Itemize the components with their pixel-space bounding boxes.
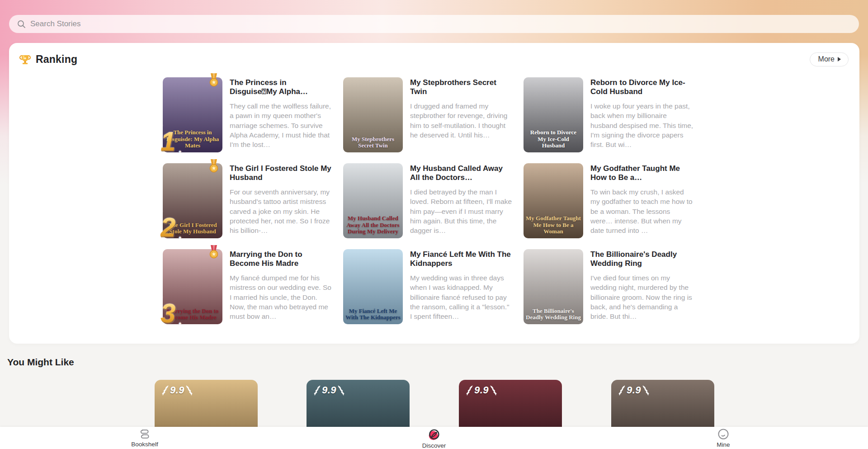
ranking-book-item[interactable]: The Princess in Disguisde: My Alpha Mate… [163, 77, 343, 163]
ranking-book-item[interactable]: My Husband Called Away All the Doctors D… [343, 163, 524, 249]
rating-badge: 9.9 [162, 384, 193, 396]
book-text: The Girl I Fostered Stole My Husband For… [230, 163, 333, 249]
nav-tab-discover[interactable]: Discover [409, 428, 459, 449]
book-title: My Godfather Taught Me How to Be a… [590, 164, 693, 183]
ranking-section: Ranking More The Princess in Disguisde: … [9, 43, 859, 344]
book-text: The Princess in Disguise⍰My Alpha… They … [230, 77, 333, 163]
sparkle-icon: ✦ [178, 235, 182, 240]
rating-value: 9.9 [474, 384, 489, 396]
book-text: My Stepbrothers Secret Twin I drugged an… [410, 77, 513, 163]
book-description: They call me the wolfless failure, a paw… [230, 101, 333, 150]
book-cover-wrap: My Husband Called Away All the Doctors D… [343, 163, 403, 238]
ranking-book-grid: The Princess in Disguisde: My Alpha Mate… [163, 77, 704, 335]
laurel-right-icon [338, 384, 344, 396]
book-title: Marrying the Don to Become His Madre [230, 250, 333, 269]
laurel-left-icon [314, 384, 321, 396]
laurel-left-icon [618, 384, 625, 396]
laurel-left-icon [162, 384, 169, 396]
cover-title-text: My Husband Called Away All the Doctors D… [345, 215, 401, 235]
rating-value: 9.9 [627, 384, 641, 396]
laurel-left-icon [466, 384, 473, 396]
bookshelf-icon [138, 428, 151, 440]
ranking-header: Ranking More [19, 51, 849, 67]
nav-label-discover: Discover [422, 442, 446, 449]
book-cover: My Husband Called Away All the Doctors D… [343, 163, 403, 238]
cover-title-text: Reborn to Divorce My Ice-Cold Husband [526, 129, 581, 149]
laurel-right-icon [186, 384, 193, 396]
book-text: My Fiancé Left Me With The Kidnappers My… [410, 249, 513, 335]
smiley-icon [717, 428, 730, 441]
ranking-book-item[interactable]: Reborn to Divorce My Ice-Cold Husband Re… [524, 77, 704, 163]
book-cover: Reborn to Divorce My Ice-Cold Husband [524, 77, 583, 152]
sparkle-icon: ✦ [158, 294, 163, 301]
cover-title-text: The Billionaire's Deadly Wedding Ring [526, 308, 581, 321]
nav-tab-bookshelf[interactable]: Bookshelf [120, 428, 170, 448]
book-cover-wrap: Reborn to Divorce My Ice-Cold Husband [524, 77, 583, 152]
book-description: I died betrayed by the man I loved. Rebo… [410, 187, 513, 236]
search-input[interactable]: Search Stories [9, 15, 859, 33]
book-cover: My Fiancé Left Me With The Kidnappers [343, 249, 403, 324]
rank-number: 3 [160, 300, 175, 327]
book-cover-wrap: The Girl I Fostered Stole My Husband 2 ✦… [163, 163, 222, 238]
ranking-section-title: Ranking [36, 53, 77, 66]
book-title: The Girl I Fostered Stole My Husband [230, 164, 333, 183]
laurel-right-icon [490, 384, 497, 396]
trophy-icon [19, 53, 31, 66]
book-text: Marrying the Don to Become His Madre My … [230, 249, 333, 335]
rating-badge: 9.9 [314, 384, 344, 396]
book-text: My Husband Called Away All the Doctors… … [410, 163, 513, 249]
sparkle-icon: ✦ [158, 122, 163, 129]
rating-badge: 9.9 [466, 384, 497, 396]
ranking-book-item[interactable]: My Godfather Taught Me How to Be a Woman… [524, 163, 704, 249]
book-description: My fiancé dumped me for his mistress on … [230, 273, 333, 321]
nav-tab-mine[interactable]: Mine [698, 428, 748, 448]
book-title: My Husband Called Away All the Doctors… [410, 164, 513, 183]
cover-title-text: My Stepbrothers Secret Twin [345, 136, 401, 149]
rating-badge: 9.9 [618, 384, 649, 396]
book-text: Reborn to Divorce My Ice-Cold Husband I … [590, 77, 693, 163]
more-button-label: More [818, 55, 835, 63]
book-cover-wrap: My Stepbrothers Secret Twin [343, 77, 403, 152]
sparkle-icon: ✦ [158, 208, 163, 215]
compass-icon [427, 428, 441, 442]
book-cover-wrap: My Godfather Taught Me How to Be a Woman [524, 163, 583, 238]
book-description: I drugged and framed my stepbrother for … [410, 101, 513, 140]
book-cover-wrap: Marrying the Don to Become His Madre 3 ✦… [163, 249, 222, 324]
chevron-right-icon [838, 57, 841, 61]
rating-value: 9.9 [322, 384, 336, 396]
sparkle-icon: ✦ [178, 321, 182, 326]
book-cover: My Stepbrothers Secret Twin [343, 77, 403, 152]
book-description: For our seventh anniversary, my husband'… [230, 187, 333, 236]
book-title: My Fiancé Left Me With The Kidnappers [410, 250, 513, 269]
you-might-like-title: You Might Like [7, 357, 74, 368]
medal-icon [209, 73, 219, 88]
sparkle-icon: ✦ [178, 149, 182, 154]
book-title: The Princess in Disguise⍰My Alpha… [230, 78, 333, 97]
book-text: My Godfather Taught Me How to Be a… To w… [590, 163, 693, 249]
book-description: To win back my crush, I asked my godfath… [590, 187, 693, 236]
rating-value: 9.9 [170, 384, 184, 396]
cover-title-text: My Godfather Taught Me How to Be a Woman [526, 215, 581, 235]
nav-label-mine: Mine [717, 441, 730, 448]
book-description: I woke up four years in the past, back w… [590, 101, 693, 150]
nav-label-bookshelf: Bookshelf [131, 441, 158, 448]
book-description: I've died four times on my wedding night… [590, 273, 693, 321]
ranking-book-item[interactable]: The Girl I Fostered Stole My Husband 2 ✦… [163, 163, 343, 249]
laurel-right-icon [642, 384, 649, 396]
book-title: The Billionaire's Deadly Wedding Ring [590, 250, 693, 269]
medal-icon [209, 159, 219, 174]
ranking-book-item[interactable]: My Fiancé Left Me With The Kidnappers My… [343, 249, 524, 335]
book-title: My Stepbrothers Secret Twin [410, 78, 513, 97]
rank-number: 2 [160, 214, 175, 241]
ranking-book-item[interactable]: Marrying the Don to Become His Madre 3 ✦… [163, 249, 343, 335]
book-text: The Billionaire's Deadly Wedding Ring I'… [590, 249, 693, 335]
book-cover-wrap: My Fiancé Left Me With The Kidnappers [343, 249, 403, 324]
bottom-navigation-bar: Bookshelf Discover Mine [0, 427, 868, 449]
book-title: Reborn to Divorce My Ice-Cold Husband [590, 78, 693, 97]
more-button[interactable]: More [810, 52, 849, 66]
search-icon [17, 20, 26, 28]
ranking-book-item[interactable]: The Billionaire's Deadly Wedding Ring Th… [524, 249, 704, 335]
book-cover-wrap: The Princess in Disguisde: My Alpha Mate… [163, 77, 222, 152]
ranking-book-item[interactable]: My Stepbrothers Secret Twin My Stepbroth… [343, 77, 524, 163]
book-cover: My Godfather Taught Me How to Be a Woman [524, 163, 583, 238]
